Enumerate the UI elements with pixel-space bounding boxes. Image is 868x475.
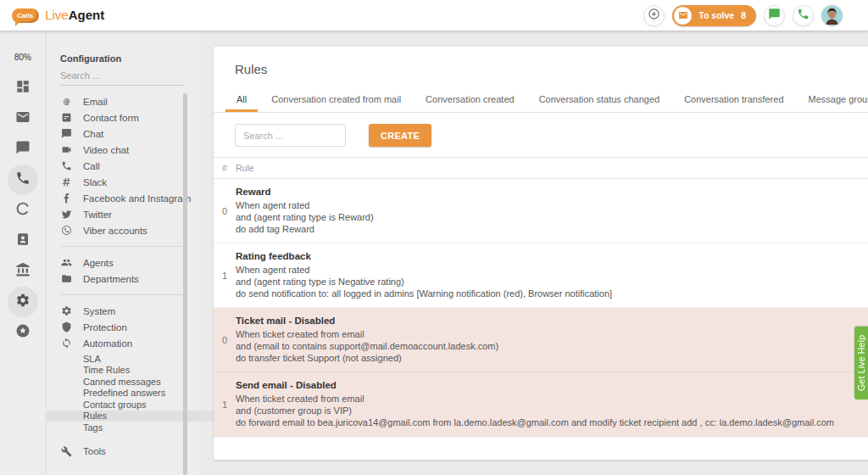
tab[interactable]: All [235, 94, 248, 112]
sidebar-subitem-label: SLA [83, 354, 101, 364]
sidebar-subitem-label: Contact groups [83, 400, 147, 410]
tab-label: Conversation status changed [539, 94, 659, 104]
rule-line: do transfer ticket Support (not assigned… [236, 352, 868, 364]
call-icon [60, 160, 72, 172]
table-row[interactable]: 1 Rating feedback When agent ratedand (a… [214, 243, 868, 308]
to-solve-label: To solve [698, 10, 734, 20]
facebook-icon [60, 193, 72, 204]
sidebar-subitem[interactable]: Rules [47, 411, 214, 422]
chats-button[interactable] [764, 5, 785, 26]
sidebar-item[interactable]: Chat [60, 126, 201, 142]
rail-item[interactable] [8, 134, 38, 165]
rules-tabs: All Conversation created from mail Conve… [214, 87, 868, 113]
rule-line: do add tag Reward [236, 223, 868, 235]
brand-live: Live [45, 8, 69, 22]
sidebar-item-label: Twitter [83, 210, 112, 220]
sidebar-search-input[interactable] [60, 64, 184, 86]
sidebar-item-label: Slack [83, 177, 107, 187]
agents-icon [60, 257, 72, 269]
icon-rail: 80% [0, 31, 47, 475]
sidebar-item[interactable]: Protection [60, 319, 201, 335]
sync-icon [60, 338, 72, 349]
sidebar-item[interactable]: Departments [60, 271, 201, 287]
sidebar-item[interactable]: Video chat [60, 142, 201, 158]
sidebar-item[interactable]: Viber accounts [60, 222, 201, 238]
tab-label: Conversation created from mail [271, 94, 401, 104]
column-rule: Rule [236, 163, 254, 173]
loop-icon [15, 201, 31, 220]
folder-icon [60, 273, 72, 285]
create-button[interactable]: CREATE [369, 124, 431, 147]
sidebar-item[interactable]: Facebook and Instagram [60, 190, 201, 206]
rule-line: When agent rated [236, 264, 868, 276]
rule-order: 1 [220, 400, 229, 410]
rule-order: 0 [220, 335, 229, 345]
rule-line: and (agent rating type is Negative ratin… [236, 276, 868, 288]
user-avatar[interactable] [821, 5, 843, 26]
sidebar-item-label: Automation [83, 338, 132, 349]
tab[interactable]: Conversation status changed [537, 94, 661, 112]
rail-item[interactable] [8, 256, 38, 287]
sidebar-title: Configuration [60, 53, 201, 64]
tab[interactable]: Conversation created from mail [270, 94, 403, 112]
configuration-sidebar: Configuration @ Email Contact form Chat [47, 31, 201, 475]
tab[interactable]: Message group added [807, 94, 868, 112]
table-header: # Rule Actions [214, 157, 868, 179]
sidebar-item-label: Email [83, 97, 108, 107]
column-number: # [220, 163, 229, 173]
table-row[interactable]: 0 Reward When agent ratedand (agent rati… [214, 179, 868, 243]
mail-icon [15, 109, 31, 128]
sidebar-item[interactable]: Call [60, 158, 201, 174]
sidebar-item[interactable]: System [60, 303, 201, 319]
tab-label: All [236, 94, 247, 104]
rail-item[interactable] [8, 195, 38, 226]
to-solve-button[interactable]: To solve 8 [672, 5, 756, 26]
rail-item[interactable] [8, 226, 38, 256]
bank-icon [15, 262, 31, 281]
sidebar-item-tools[interactable]: Tools [60, 444, 201, 460]
sidebar-item[interactable]: Contact form [60, 109, 201, 126]
sidebar-item-label: Chat [83, 129, 103, 139]
sidebar-item[interactable]: @ Email [60, 93, 201, 109]
rule-order: 1 [220, 271, 229, 281]
rule-line: and (email to contains support@mail.demo… [236, 340, 868, 352]
sidebar-item[interactable]: Slack [60, 174, 201, 190]
calls-badge: Calls [12, 8, 39, 23]
table-row[interactable]: 1 Send email - Disabled When ticket crea… [214, 372, 868, 437]
sidebar-item-label: Tools [83, 446, 106, 456]
slack-icon [60, 176, 72, 188]
topbar: Calls LiveAgent To solve 8 [0, 0, 868, 31]
add-button[interactable] [643, 5, 665, 26]
rail-item[interactable] [8, 165, 38, 195]
table-row[interactable]: 0 Ticket mail - Disabled When ticket cre… [214, 308, 868, 372]
rules-search-input[interactable] [235, 124, 346, 147]
get-live-help-tab[interactable]: Get Live Help [854, 327, 868, 400]
tab[interactable]: Conversation transfered [682, 94, 785, 112]
sidebar-item[interactable]: Twitter [60, 206, 201, 222]
sidebar-item-label: Call [83, 161, 100, 171]
twitter-icon [60, 209, 72, 221]
calls-button[interactable] [793, 5, 814, 26]
contact-card-icon [15, 232, 31, 250]
sidebar-subitem-label: Time Rules [83, 365, 130, 375]
sidebar-item-label: System [83, 306, 115, 316]
dashboard-icon [15, 79, 31, 98]
rule-line: do send notification to: all logged in a… [236, 288, 868, 299]
rail-item[interactable] [8, 103, 38, 134]
sidebar-item-label: Video chat [83, 145, 129, 155]
page-title: Rules [235, 62, 267, 76]
sidebar-subitem-label: Tags [83, 422, 103, 433]
rule-title: Send email - Disabled [236, 380, 868, 390]
phone-icon [797, 8, 810, 24]
sidebar-scrollbar[interactable] [183, 93, 187, 475]
rail-item[interactable] [8, 287, 38, 317]
sidebar-item-label: Contact form [83, 113, 139, 123]
video-icon [60, 144, 72, 156]
sidebar-item[interactable]: Automation [60, 335, 201, 351]
sidebar-subitem-label: Predefined answers [83, 388, 165, 398]
tab[interactable]: Conversation created [424, 94, 516, 112]
rail-item[interactable] [8, 317, 38, 348]
sidebar-item[interactable]: Agents [60, 254, 201, 271]
rail-item[interactable] [8, 73, 38, 103]
gear-icon [60, 305, 72, 317]
